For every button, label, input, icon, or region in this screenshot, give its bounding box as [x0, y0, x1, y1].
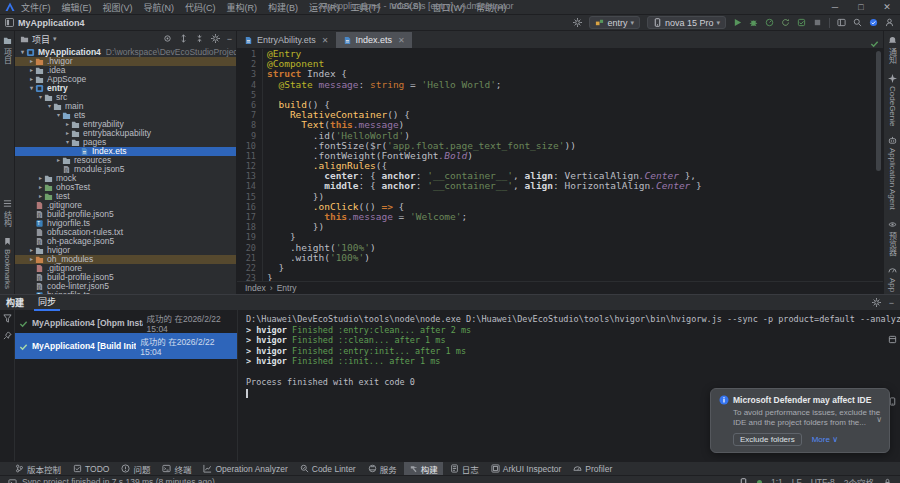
- tree-row-mock[interactable]: ▸mock: [15, 174, 236, 183]
- status-message[interactable]: Sync project finished in 7 s 139 ms (8 m…: [22, 477, 215, 483]
- sidebar-tab-bookmarks[interactable]: Bookmarks: [3, 232, 12, 294]
- run-button-icon[interactable]: [733, 18, 742, 27]
- tree-chevron-icon[interactable]: ▸: [28, 75, 35, 84]
- build-run-row-1[interactable]: MyApplication4 [Build Init]: 成功的 在2026/2…: [15, 333, 237, 359]
- profile-button-icon[interactable]: [765, 18, 774, 27]
- sidebar-tab-structure[interactable]: 结构: [2, 194, 13, 232]
- expand-all-icon[interactable]: [179, 34, 188, 44]
- menu-item-3[interactable]: 导航(N): [144, 1, 175, 14]
- filter-icon[interactable]: [3, 314, 12, 323]
- toolwindow--[interactable]: 问题: [116, 462, 155, 475]
- inspection-ok-icon[interactable]: [870, 39, 879, 48]
- toolwindow-ArkUI-Inspector[interactable]: ArkUI Inspector: [486, 462, 567, 475]
- tree-chevron-icon[interactable]: ▸: [37, 183, 44, 192]
- maximize-button[interactable]: □: [848, 0, 874, 14]
- tree-chevron-icon[interactable]: ▾: [28, 84, 35, 93]
- tab-close-icon[interactable]: ✕: [322, 36, 329, 45]
- tree-row-src[interactable]: ▾src: [15, 93, 236, 102]
- account-button-icon[interactable]: [885, 18, 894, 27]
- tree-row-ets[interactable]: ▾ets: [15, 111, 236, 120]
- layout-button-icon[interactable]: [837, 18, 846, 27]
- pin-icon[interactable]: [3, 331, 12, 340]
- panel-settings-icon[interactable]: [211, 34, 220, 44]
- tree-chevron-icon[interactable]: ▸: [28, 255, 35, 264]
- code-editor[interactable]: @Entry@Componentstruct Index { @State me…: [263, 49, 873, 281]
- breadcrumb-item-0[interactable]: Index: [245, 283, 266, 293]
- search-everywhere-button-icon[interactable]: [853, 18, 862, 27]
- tree-chevron-icon[interactable]: ▸: [55, 156, 62, 165]
- toolwindow-Code-Linter[interactable]: Code Linter: [295, 462, 361, 475]
- tree-chevron-icon[interactable]: ▸: [28, 57, 35, 66]
- tab-close-icon[interactable]: ✕: [398, 36, 405, 45]
- toolwindow--[interactable]: 版本控制: [10, 462, 66, 475]
- toolwindow--[interactable]: 日志: [445, 462, 484, 475]
- tree-chevron-icon[interactable]: ▸: [28, 246, 35, 255]
- tree-chevron-icon[interactable]: ▾: [64, 138, 71, 147]
- locate-file-icon[interactable]: [163, 34, 172, 44]
- more-button[interactable]: More ∨: [812, 435, 838, 444]
- module-select[interactable]: entry▾: [589, 16, 640, 29]
- tree-chevron-icon[interactable]: ▸: [37, 192, 44, 201]
- tree-chevron-icon[interactable]: ▸: [64, 120, 71, 129]
- close-button[interactable]: ✕: [874, 0, 900, 14]
- device-select[interactable]: nova 15 Pro▾: [647, 16, 726, 29]
- build-settings-icon[interactable]: [872, 298, 881, 307]
- toolwindow-Operation-Analyzer[interactable]: Operation Analyzer: [198, 462, 292, 475]
- menu-item-2[interactable]: 视图(V): [103, 1, 133, 14]
- build-tab-0[interactable]: 同步: [34, 294, 60, 311]
- project-view-caret-icon[interactable]: ▾: [53, 35, 57, 43]
- sync-status-button-icon[interactable]: [869, 18, 878, 27]
- tree-row-Index-ets[interactable]: Index.ets: [15, 147, 236, 156]
- hide-panel-icon[interactable]: −: [227, 34, 232, 44]
- status-item-2[interactable]: UTF-8: [811, 477, 835, 483]
- editor-tab-0[interactable]: EntryAbility.ets✕: [237, 32, 336, 48]
- project-widget[interactable]: MyApplication4: [4, 18, 85, 28]
- tree-row-entrybackupability[interactable]: ▸entrybackupability: [15, 129, 236, 138]
- tree-chevron-icon[interactable]: ▾: [19, 48, 26, 57]
- tree-row-ohosTest[interactable]: ▸ohosTest: [15, 183, 236, 192]
- event-log-icon[interactable]: [8, 478, 17, 483]
- build-panel-title[interactable]: 构建: [6, 296, 24, 309]
- stop-button-icon[interactable]: [813, 18, 822, 27]
- right-tab-0[interactable]: 通知: [887, 31, 898, 69]
- status-item-1[interactable]: LF: [792, 477, 802, 483]
- tree-chevron-icon[interactable]: ▾: [46, 102, 53, 111]
- device-status-icon[interactable]: [739, 478, 748, 483]
- menu-item-6[interactable]: 构建(B): [268, 1, 298, 14]
- menu-item-0[interactable]: 文件(F): [21, 1, 51, 14]
- restart-app-button-icon[interactable]: [781, 18, 790, 27]
- exclude-folders-button[interactable]: Exclude folders: [733, 433, 802, 446]
- status-item-3[interactable]: 2个空格: [844, 476, 874, 483]
- hide-build-panel-icon[interactable]: −: [889, 298, 894, 308]
- scrollbar-thumb[interactable]: [876, 51, 881, 171]
- tree-chevron-icon[interactable]: ▾: [37, 93, 44, 102]
- readonly-lock-icon[interactable]: [883, 478, 892, 483]
- editor-tab-1[interactable]: Index.ets✕: [336, 32, 412, 48]
- debug-button-icon[interactable]: [749, 18, 758, 27]
- breadcrumb-item-1[interactable]: Entry: [277, 283, 297, 293]
- right-tab-2[interactable]: Application Agent: [888, 131, 897, 215]
- editor-scrollbar[interactable]: [873, 49, 883, 281]
- build-run-row-0[interactable]: MyApplication4 [Ohpm Install]: 成功的 在2026…: [15, 313, 237, 333]
- right-tab-3[interactable]: 预览器: [887, 215, 898, 261]
- notification-expand-icon[interactable]: ∨: [876, 415, 882, 424]
- tree-row-main[interactable]: ▾main: [15, 102, 236, 111]
- tree-chevron-icon[interactable]: ▸: [28, 66, 35, 75]
- tree-chevron-icon[interactable]: ▾: [55, 111, 62, 120]
- run-coverage-button-icon[interactable]: [797, 18, 806, 27]
- tree-chevron-icon[interactable]: ▸: [37, 174, 44, 183]
- status-item-0[interactable]: 1:1: [771, 477, 783, 483]
- tree-row-resources[interactable]: ▸resources: [15, 156, 236, 165]
- sidebar-tab-project[interactable]: 项目: [2, 31, 13, 69]
- toolwindow--[interactable]: 构建: [404, 462, 443, 475]
- tree-row-module-json5[interactable]: {}module.json5: [15, 165, 236, 174]
- toolwindow--[interactable]: 服务: [363, 462, 402, 475]
- toolwindow-Profiler[interactable]: Profiler: [568, 462, 617, 475]
- ide-settings-icon[interactable]: [573, 18, 582, 27]
- toolwindow--[interactable]: 终端: [157, 462, 196, 475]
- menu-item-5[interactable]: 重构(R): [227, 1, 258, 14]
- minimize-button[interactable]: ─: [822, 0, 848, 14]
- toolwindow-TODO[interactable]: TODO: [68, 462, 114, 475]
- collapse-all-icon[interactable]: [195, 34, 204, 44]
- menu-item-4[interactable]: 代码(C): [185, 1, 216, 14]
